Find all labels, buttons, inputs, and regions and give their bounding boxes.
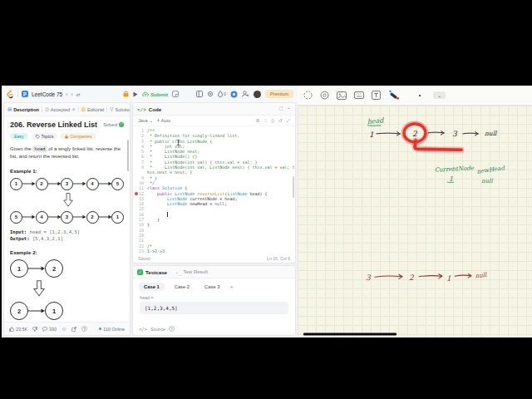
code-line[interactable]: 231->2->3 [133,249,295,254]
online-count: 110 Online [99,327,125,332]
source-link[interactable]: Source [150,327,165,332]
list-node: 4 [36,211,48,224]
arrow-icon [73,180,86,187]
thumbs-down-icon[interactable] [32,327,37,332]
invite-user-icon[interactable] [242,91,249,97]
list-node: 5 [111,178,124,190]
example1-label: Example 1: [10,168,124,174]
comments-button[interactable]: 330 [42,327,57,332]
avatar[interactable] [254,91,261,98]
testcase-input[interactable]: [1,2,3,4,5] [140,302,288,314]
maximize-icon[interactable]: ⛶ [279,106,283,112]
example2-label: Example 2: [10,249,124,255]
screen-content: LeetCode 75 ‹ › ⇄ Submit [0,86,532,337]
lasso-select-tool[interactable] [303,91,313,100]
next-problem-button[interactable]: › [71,91,72,97]
breakpoint-dot[interactable] [135,192,138,195]
solutions-icon: ▽ [110,107,113,112]
description-scrollbar[interactable] [127,140,129,171]
case-3-tab[interactable]: Case 3 [200,283,224,291]
testcase-tab[interactable]: Testcase [145,269,167,275]
shuffle-button[interactable]: ⇄ [76,91,81,97]
list-node: 5 [10,211,22,224]
down-arrow-icon [33,280,45,297]
current-node-value: 1 [449,175,453,183]
case-tabs: Case 1 Case 2 Case 3 + [133,278,295,293]
list-node: 2 [45,259,63,278]
auto-toggle[interactable]: Auto [156,118,170,123]
layout-icon[interactable] [196,91,203,97]
prev-problem-button[interactable]: ‹ [66,91,67,97]
arrow-icon [48,214,62,220]
tab-solutions[interactable]: ▽ Solutions [110,107,130,112]
sticker-tool[interactable] [320,91,329,100]
reset-icon[interactable]: ↺ [278,118,283,124]
help-icon[interactable]: ? [81,326,87,332]
description-panel: ▤ Description ◷ Accepted ✕ ▥ Editorial [3,102,131,336]
streak-count: 0 [224,91,226,96]
test-result-tab[interactable]: ›_ Test Result [175,269,208,275]
text-tool[interactable] [372,91,381,100]
like-button[interactable]: 23.5K [9,327,27,332]
whiteboard-window: ⌄ head 1 2 3 null [298,86,532,337]
param-label: head = [133,293,295,302]
run-button[interactable] [133,91,138,97]
case-1-tab[interactable]: Case 1 [139,283,165,291]
canvas-black-bar [303,333,397,336]
topbar-divider [17,91,18,97]
notes-icon[interactable] [172,91,179,97]
collapse-icon[interactable]: ⌃ [287,106,291,112]
problem-statement: Given the head of a singly linked list, … [10,145,124,160]
braces-icon[interactable]: {} [271,118,274,124]
problem-list-icon[interactable] [22,91,28,97]
companies-button[interactable]: Companies [61,133,96,140]
format-icon[interactable]: ≣ [256,118,260,124]
leetcode-logo[interactable] [6,90,14,99]
difficulty-badge[interactable]: Easy [10,133,28,140]
problem-list-label[interactable]: LeetCode 75 [32,91,62,97]
code-panel-title: Code [149,106,161,112]
whiteboard-canvas[interactable]: head 1 2 3 null CurrentNode 1 [298,106,532,337]
favorite-button[interactable]: ☆ [62,326,66,332]
assistant-icon[interactable] [230,91,238,98]
testcase-help-icon[interactable]: ? [169,326,175,332]
lock-icon [65,135,68,139]
topics-button[interactable]: Topics [32,133,58,140]
stroke-size-dot[interactable] [419,95,421,96]
share-icon[interactable] [71,327,76,332]
add-case-button[interactable]: + [229,284,233,290]
premium-button[interactable]: Premium [265,90,293,98]
bookmark-icon[interactable]: ⎍ [264,118,267,124]
problem-description: 206. Reverse Linked List Solved ✓ Easy [4,116,130,322]
keyboard-tool[interactable] [354,91,364,99]
expand-icon[interactable]: ⤢ [287,118,290,124]
code-scrollbar[interactable] [293,176,294,198]
close-tab-icon[interactable]: ✕ [71,107,76,112]
image-tool[interactable] [337,91,347,100]
code-line[interactable]: 8 * ListNode(int val, ListNode next) { t… [133,165,295,175]
description-icon: ▤ [7,107,12,112]
tab-editorial[interactable]: ▥ Editorial [81,107,104,112]
cursor-position: Ln 16, Col 9 [267,256,290,261]
solved-check-icon: ✓ [119,122,124,127]
arrow-icon [22,214,36,220]
settings-gear-icon[interactable] [207,91,214,97]
null-text: null [485,130,497,137]
streak-flame-icon[interactable] [218,91,223,97]
toolbar-expand-button[interactable]: ⌄ [433,91,446,99]
testcase-check-icon: ✓ [137,269,143,275]
language-select[interactable]: Java ⌄ [138,118,153,123]
pen-tool[interactable] [388,90,400,101]
tab-description[interactable]: ▤ Description [7,107,39,112]
case-2-tab[interactable]: Case 2 [170,283,195,291]
submit-button[interactable]: Submit [142,91,168,97]
node1-text: 1 [369,131,374,139]
whiteboard-toolbar: ⌄ [298,86,532,106]
code-statusbar: Saved Ln 16, Col 9 [133,254,295,263]
rev-null: null [475,272,487,279]
tab-accepted[interactable]: ◷ Accepted ✕ [45,107,76,112]
code-editor[interactable]: 1/**2 * Definition for singly-linked lis… [133,126,295,254]
description-footer: 23.5K 330 ☆ [4,322,130,335]
arrow-icon [28,265,45,272]
debug-lock-icon[interactable] [123,91,129,97]
